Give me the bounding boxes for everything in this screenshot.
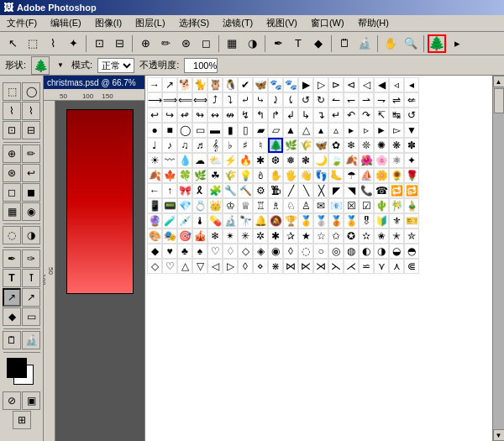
shape-cell[interactable]: ✩	[328, 228, 344, 244]
shape-cell[interactable]: ✽	[404, 138, 419, 153]
shape-cell[interactable]: 💉	[177, 213, 192, 228]
tool-lasso[interactable]: ⌇	[44, 34, 62, 53]
shape-cell[interactable]: ✺	[374, 138, 389, 153]
tool-move[interactable]: ↖	[3, 34, 22, 53]
shape-cell[interactable]: ⇀	[359, 92, 374, 108]
shape-cell[interactable]: ⇌	[389, 92, 404, 108]
shape-cell[interactable]: ✭	[389, 228, 404, 244]
shape-cell[interactable]: ⋈	[283, 259, 298, 274]
shape-cell[interactable]: ⟺	[192, 92, 207, 108]
shape-cell[interactable]: ✬	[374, 228, 389, 244]
shape-cell[interactable]: ☎	[374, 183, 389, 198]
shape-cell[interactable]: 🐈	[192, 77, 207, 92]
shape-cell[interactable]: ♔	[223, 198, 238, 213]
shape-cell[interactable]: ❋	[389, 138, 404, 153]
shape-cell[interactable]: ↷	[359, 108, 374, 123]
shape-cell[interactable]: 💡	[238, 168, 253, 183]
shape-cell[interactable]: ↹	[389, 108, 404, 123]
shape-cell[interactable]: ⤸	[268, 92, 283, 108]
shape-cell[interactable]: ←	[147, 183, 162, 198]
shape-cell[interactable]: ✿	[328, 138, 344, 153]
shape-cell[interactable]: ⋍	[359, 259, 374, 274]
shape-cell[interactable]: 💍	[192, 198, 207, 213]
shape-cell[interactable]: ♠	[192, 244, 207, 259]
shape-cell[interactable]: ✫	[359, 228, 374, 244]
shape-cell[interactable]: ↫	[177, 108, 192, 123]
shape-cell[interactable]: ◃	[389, 77, 404, 92]
tool-vtype[interactable]: ⊺	[22, 269, 40, 287]
shape-cell[interactable]: ✱	[268, 228, 283, 244]
shape-cell[interactable]: 🌵	[374, 198, 389, 213]
shape-cell[interactable]: ✰	[283, 228, 298, 244]
shape-cell[interactable]: 🔮	[147, 213, 162, 228]
shape-cell[interactable]: ♣	[177, 244, 192, 259]
shape-cell[interactable]: ▰	[253, 123, 268, 138]
shape-cell[interactable]: ⋐	[404, 259, 419, 274]
tool-ellip-sel[interactable]: ◯	[22, 82, 40, 101]
shape-cell[interactable]: 🐕	[177, 77, 192, 92]
shape-cell[interactable]: ⋌	[344, 259, 359, 274]
canvas-content[interactable]	[55, 101, 144, 441]
shape-cell[interactable]: ↲	[283, 108, 298, 123]
tool-poly-lasso[interactable]: ⌇	[22, 102, 40, 120]
shape-cell[interactable]: 🐧	[223, 77, 238, 92]
shape-cell[interactable]: 🍂	[147, 168, 162, 183]
shape-cell[interactable]: ▼	[404, 123, 419, 138]
shape-cell[interactable]: 🔔	[253, 213, 268, 228]
shape-cell[interactable]: 🎍	[404, 198, 419, 213]
shape-cell[interactable]: 🎨	[147, 228, 162, 244]
tool-zoom[interactable]: 🔍	[402, 34, 420, 53]
shape-cell[interactable]: 🍂	[344, 153, 359, 168]
tool-type[interactable]: T	[3, 269, 21, 287]
shape-cell[interactable]: 🎫	[404, 213, 419, 228]
tool-hand[interactable]: ✋	[381, 34, 400, 53]
tool-eraser3[interactable]: ◼	[22, 183, 40, 202]
shape-cell[interactable]: ♥	[162, 244, 177, 259]
shape-cell[interactable]: ↼	[328, 92, 344, 108]
shape-cell[interactable]: ◒	[389, 244, 404, 259]
shape-cell[interactable]: ●	[147, 123, 162, 138]
tool-slice[interactable]: ⊟	[110, 34, 129, 53]
shape-cell[interactable]: ◍	[344, 244, 359, 259]
shape-cell[interactable]: ⛅	[207, 153, 223, 168]
tool-rect-sel[interactable]: ⬚	[3, 82, 21, 101]
shape-cell[interactable]: ⛵	[359, 168, 374, 183]
shape-cell[interactable]: ↴	[313, 108, 328, 123]
tool-blur[interactable]: ◌	[3, 226, 21, 244]
tree-shape-btn[interactable]: 🌲	[428, 34, 446, 53]
shape-cell[interactable]: ☘	[207, 168, 223, 183]
shape-cell[interactable]: ✔	[238, 77, 253, 92]
shape-cell[interactable]: ╱	[283, 183, 298, 198]
shape-cell[interactable]: ⊳	[328, 77, 344, 92]
shape-cell[interactable]: ◀	[374, 77, 389, 92]
shape-cell[interactable]: 🔕	[268, 213, 283, 228]
shape-cell[interactable]: ♮	[253, 138, 268, 153]
shape-cell[interactable]: ▷	[223, 259, 238, 274]
shape-cell[interactable]: ✴	[223, 228, 238, 244]
shape-preview-box[interactable]: 🌲	[31, 56, 50, 75]
scroll-up-btn[interactable]: ▲	[493, 76, 505, 87]
menu-edit[interactable]: 编辑(E)	[47, 16, 85, 30]
shape-cell[interactable]: ♯	[238, 138, 253, 153]
shape-cell[interactable]: ◉	[268, 244, 283, 259]
shape-cell[interactable]: 🐾	[283, 77, 298, 92]
shape-cell[interactable]: ◁	[207, 259, 223, 274]
shape-cell[interactable]: 👑	[207, 198, 223, 213]
shape-cell[interactable]: ♫	[177, 138, 192, 153]
shape-cell[interactable]: 🔬	[223, 213, 238, 228]
shape-cell[interactable]: 🐾	[268, 77, 283, 92]
menu-image[interactable]: 图像(I)	[92, 16, 125, 30]
shape-cell[interactable]: ◯	[177, 123, 192, 138]
shape-cell[interactable]: △	[177, 259, 192, 274]
shape-cell[interactable]: ↽	[344, 92, 359, 108]
menu-file[interactable]: 文件(F)	[3, 16, 40, 30]
shape-cell[interactable]: ◁	[359, 77, 374, 92]
shape-cell[interactable]: ♢	[223, 244, 238, 259]
shape-cell[interactable]: ⚛	[389, 153, 404, 168]
shape-cell[interactable]: ❆	[268, 153, 283, 168]
shape-cell[interactable]: ◊	[238, 259, 253, 274]
foreground-color[interactable]	[7, 358, 27, 378]
shape-cell[interactable]: ✳	[238, 228, 253, 244]
menu-select[interactable]: 选择(S)	[176, 16, 213, 30]
tool-direct-select[interactable]: ↗	[22, 288, 40, 307]
